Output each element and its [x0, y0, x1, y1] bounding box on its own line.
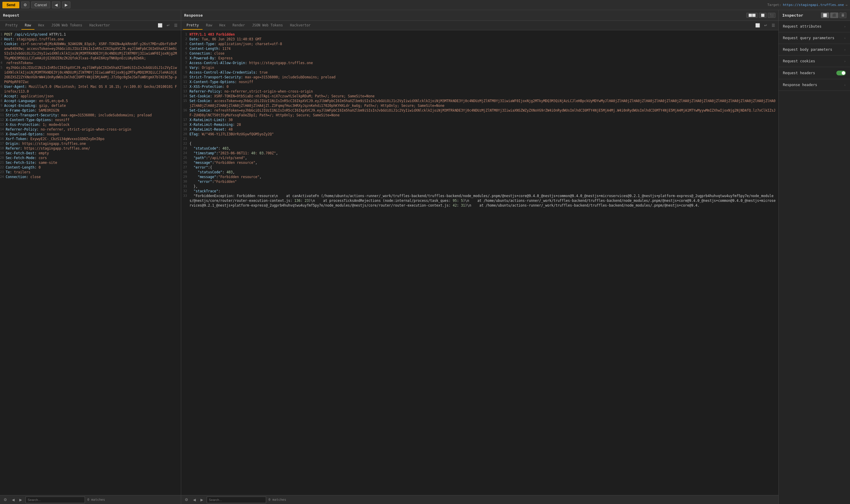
line-number: 9: [0, 103, 4, 108]
line-text: User-Agent: Mozilla/5.0 (Macintosh; Inte…: [4, 84, 181, 94]
cancel-button[interactable]: Cancel: [31, 1, 50, 8]
line-number: 11: [181, 79, 190, 84]
line-text: Connection: close: [190, 51, 778, 56]
request-search-next[interactable]: ▶: [18, 497, 23, 503]
line-number: 17: [0, 141, 6, 146]
prev-button[interactable]: ◀: [52, 1, 60, 8]
response-line: 5Connection: close: [181, 51, 778, 56]
line-number: 21: [181, 137, 190, 141]
inspector-item-0[interactable]: Request attributes›: [779, 21, 850, 32]
response-view-btn2[interactable]: ⬜: [759, 13, 766, 18]
tab-request-hex[interactable]: Hex: [34, 21, 48, 30]
line-text: Content-Length: 1174: [190, 46, 778, 51]
line-text: Referer: https://stagingapp.truffles.one…: [6, 146, 181, 151]
tab-response-hackvertor[interactable]: Hackvertor: [287, 21, 314, 30]
response-line: 23 "statusCode": 403,: [181, 146, 778, 151]
request-line: 24Connection: close: [0, 175, 181, 179]
line-text: Content-Type: application/json; charset=…: [190, 41, 778, 46]
line-text: Vary: Origin: [190, 65, 778, 70]
request-search-prev[interactable]: ◀: [11, 497, 16, 503]
tab-response-hex[interactable]: Hex: [216, 21, 229, 30]
response-line: 30 "error":"Forbidden": [181, 179, 778, 184]
response-view-btn3[interactable]: ⬛: [768, 13, 776, 18]
line-text: {: [190, 141, 778, 146]
tab-response-render[interactable]: Render: [229, 21, 249, 30]
request-tab-actions: ⬜ ↵ ☰: [156, 22, 179, 28]
response-settings-icon[interactable]: ⚙: [183, 497, 190, 503]
line-text: "statusCode": 403,: [190, 170, 778, 175]
line-text: X-Xss-Protection: 1; mode=block: [6, 122, 181, 127]
line-number: 30: [181, 179, 190, 184]
line-number: 15: [181, 98, 190, 108]
line-text: Accept-Encoding: gzip, deflate: [4, 103, 181, 108]
line-text: "message":"Forbidden resource",: [190, 160, 778, 165]
line-text: Set-Cookie: refreshToken=eyJhbGciOiJIUzI…: [190, 108, 778, 118]
inspector-view-btn3[interactable]: ☰: [839, 13, 847, 18]
inspector-item-4[interactable]: Request headers: [779, 67, 850, 79]
line-number: 6: [181, 56, 190, 60]
request-search-input[interactable]: [25, 497, 85, 503]
line-number: 8: [0, 98, 4, 103]
request-wrap-icon[interactable]: ↵: [165, 22, 171, 28]
target-url-link[interactable]: https://stagingapi.truffles.one: [783, 3, 844, 7]
request-line: 19Sec-Fetch-Dest: empty: [0, 151, 181, 156]
response-line: 16Set-Cookie: refreshToken=eyJhbGciOiJIU…: [181, 108, 778, 118]
response-menu-icon[interactable]: ☰: [770, 22, 777, 28]
tab-request-pretty[interactable]: Pretty: [2, 21, 21, 30]
request-menu-icon[interactable]: ☰: [173, 22, 179, 28]
response-line: 29 "message":"Forbidden resource",: [181, 175, 778, 179]
line-number: 31: [181, 184, 190, 189]
line-text: ETag: W/"496-YiJ7LI3BUrRzUGywfQGM5yoZy2Q…: [190, 132, 778, 137]
tab-request-raw[interactable]: Raw: [21, 21, 35, 30]
line-text: Cookie: csrf-secret=BjMzAUbWWu_92AKG9N_8…: [4, 41, 181, 60]
line-number: 28: [181, 170, 190, 175]
inspector-item-label: Request headers: [783, 71, 815, 75]
response-search-prev[interactable]: ◀: [192, 497, 197, 503]
inspector-view-btn2[interactable]: ⬛: [830, 13, 838, 18]
edit-icon[interactable]: ✏: [846, 3, 848, 7]
line-number: 22: [181, 141, 190, 146]
request-line: 5 eyJhbGciOiJIUzI1NiIsInR5cCI6IkpXVCJ9.e…: [0, 65, 181, 84]
inspector-view-btn1[interactable]: ⬜: [821, 13, 829, 18]
inspector-item-3[interactable]: Request cookies›: [779, 55, 850, 67]
tab-request-hackvertor[interactable]: Hackvertor: [86, 21, 113, 30]
response-search-input[interactable]: [207, 497, 266, 503]
line-number: 20: [181, 132, 190, 137]
tab-response-raw[interactable]: Raw: [202, 21, 216, 30]
request-line: 4 refreshToken=: [0, 60, 181, 65]
response-line: 15Set-Cookie: accessToken=eyJhbGciOiJIUz…: [181, 98, 778, 108]
request-line: 11Strict-Transport-Security: max-age=315…: [0, 113, 181, 118]
line-number: 33: [181, 194, 190, 208]
response-view-btn1[interactable]: ⬜⬜: [746, 13, 758, 18]
line-text: X-XSS-Protection: 0: [190, 84, 778, 89]
inspector-view-buttons: ⬜ ⬛ ☰: [821, 13, 847, 18]
inspector-toggle[interactable]: [836, 71, 846, 75]
response-line: 32 "stackTrace":: [181, 189, 778, 194]
response-line: 8Vary: Origin: [181, 65, 778, 70]
request-line: 16Xsrf-Token: ExywyE2C-_CbzS134gWvxxo1GD…: [0, 137, 181, 141]
response-search-next[interactable]: ▶: [199, 497, 204, 503]
inspector-item-1[interactable]: Request query parameters›: [779, 32, 850, 44]
response-line: 33 "ForbiddenException: Forbidden resour…: [181, 194, 778, 208]
toolbar: Send ⚙ Cancel ◀ ▶ Target: https://stagin…: [0, 0, 850, 10]
line-number: 23: [181, 146, 190, 151]
settings-button[interactable]: ⚙: [21, 1, 30, 8]
tab-response-pretty[interactable]: Pretty: [183, 21, 202, 30]
request-copy-icon[interactable]: ⬜: [156, 22, 164, 28]
response-line: 13Referrer-Policy: no-referrer,strict-or…: [181, 89, 778, 94]
inspector-item-5[interactable]: Response headers›: [779, 79, 850, 91]
line-text: Origin: https://stagingapp.truffles.one: [6, 141, 181, 146]
inspector-item-2[interactable]: Request body parameters›: [779, 44, 850, 55]
send-button[interactable]: Send: [2, 2, 19, 8]
response-line: 7Access-Control-Allow-Origin: https://st…: [181, 60, 778, 65]
tab-response-jwt[interactable]: JSON Web Tokens: [249, 21, 287, 30]
response-copy-icon[interactable]: ⬜: [754, 22, 761, 28]
response-panel: Response ⬜⬜ ⬜ ⬛ Pretty Raw Hex Render JS…: [181, 10, 779, 504]
next-button[interactable]: ▶: [62, 1, 70, 8]
line-number: 7: [181, 60, 190, 65]
line-number: 5: [181, 51, 190, 56]
tab-request-jwt[interactable]: JSON Web Tokens: [48, 21, 86, 30]
response-line: 14Set-Cookie: XSRF-TOKEN=9tb5iaDz-nhJ7Ap…: [181, 94, 778, 98]
response-wrap-icon[interactable]: ↵: [763, 22, 769, 28]
request-settings-icon[interactable]: ⚙: [2, 497, 8, 503]
